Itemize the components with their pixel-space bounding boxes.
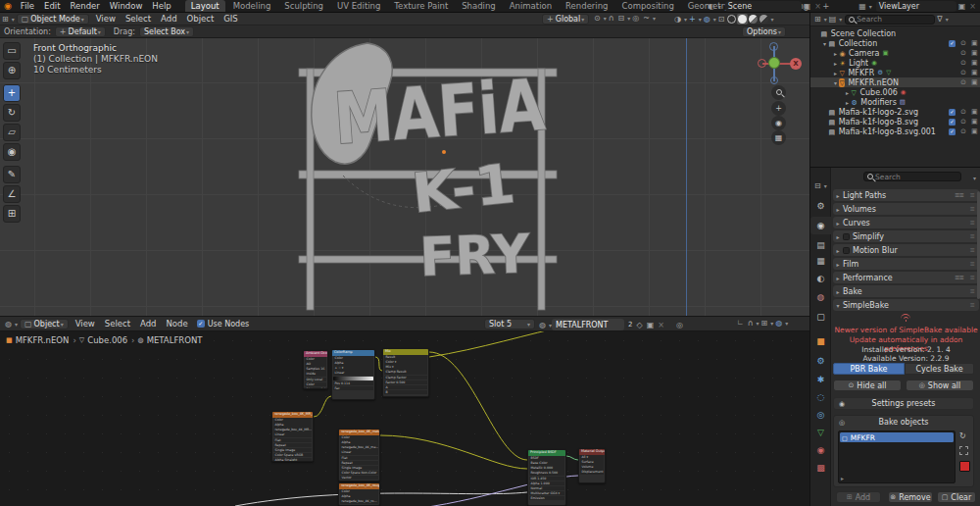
- properties-panel-header[interactable]: ▸ Bake ≡≡ ≡: [833, 285, 979, 297]
- checkbox-toggle[interactable]: ✓: [949, 40, 956, 47]
- node-row[interactable]: Pos 0.114: [333, 381, 373, 385]
- drag-handle-icon[interactable]: ≡: [970, 274, 975, 281]
- node-canvas[interactable]: ■ MFKFR.nEON ▽ Cube.006 ◍ METALFRONT Amb…: [0, 331, 809, 506]
- pan-button[interactable]: +: [771, 101, 786, 116]
- material-icon[interactable]: ◍: [537, 321, 548, 329]
- node-principled-bsdf[interactable]: Principled BSDF BSDFBase ColorMetallic 0…: [527, 449, 566, 506]
- outliner-row[interactable]: ▸ ☀ Light ◉ ✓ ⊙ ▣: [810, 58, 980, 68]
- panel-checkbox[interactable]: [843, 247, 850, 254]
- select-box-icon[interactable]: [959, 446, 968, 455]
- outliner-row[interactable]: ▤ Mafia-k1f-logo-2.svg ✓ ⊙ ▣: [810, 107, 980, 117]
- properties-panel-header[interactable]: ▸ Curves ≡≡ ≡: [833, 217, 979, 228]
- properties-search[interactable]: [863, 172, 961, 181]
- presets-icon[interactable]: ≡≡: [955, 191, 963, 199]
- workspace-tab[interactable]: Compositing: [616, 0, 680, 12]
- properties-tab[interactable]: ◉: [810, 217, 831, 234]
- outliner-search[interactable]: [845, 15, 935, 25]
- shading-solid-active[interactable]: [737, 14, 748, 25]
- logo-object[interactable]: MAFiA K-1 FRY: [274, 38, 568, 316]
- node-material-output[interactable]: Material Output All ▾SurfaceVolumeDispla…: [578, 448, 606, 483]
- node-row[interactable]: + − ▾: [333, 366, 373, 370]
- expand-arrow-icon[interactable]: ▾: [832, 79, 839, 86]
- outliner-item-label[interactable]: MFKFR.nEON: [848, 78, 899, 87]
- outliner-item-label[interactable]: Mafia-k1f-logo-B.svg: [839, 118, 918, 126]
- properties-tab[interactable]: ■: [810, 332, 831, 350]
- properties-tab[interactable]: ⚙: [810, 352, 831, 370]
- hide-viewport-eye-icon[interactable]: ⊙: [960, 127, 966, 135]
- shader-type-dropdown[interactable]: ▢ Object▾: [20, 319, 69, 329]
- display-mode-icon[interactable]: ▤: [827, 15, 839, 24]
- fake-user-shield-icon[interactable]: ◇: [634, 321, 644, 329]
- node-row[interactable]: Metallic 0.000: [529, 466, 564, 470]
- outliner-item-label[interactable]: Light: [849, 59, 868, 68]
- viewport-menu-item[interactable]: View: [91, 13, 121, 25]
- search-input[interactable]: [857, 15, 931, 24]
- viewport-menu-item[interactable]: Select: [121, 13, 156, 25]
- shader-menu-item[interactable]: View: [71, 318, 100, 330]
- axis-x-neg[interactable]: [758, 59, 766, 68]
- tool-select-box[interactable]: ▭: [3, 42, 21, 60]
- pbr-bake-tab[interactable]: PBR Bake: [833, 363, 905, 375]
- node-image-texture-metal[interactable]: renegade_box_4K_metal_B.exr ColorAlphare…: [338, 429, 380, 481]
- breadcrumb-item[interactable]: ■ MFKFR.nEON: [6, 335, 76, 345]
- node-row[interactable]: Flat: [340, 456, 378, 460]
- scene-selector[interactable]: ◐▾ Scene ▣ ×: [707, 1, 823, 12]
- node-row[interactable]: Linear: [333, 371, 373, 375]
- show-all-button[interactable]: ◎Show all: [906, 380, 974, 391]
- workspace-tab[interactable]: Modeling: [227, 0, 277, 12]
- node-row[interactable]: Linear: [273, 432, 312, 436]
- node-row[interactable]: Alpha Straight: [273, 458, 312, 462]
- node-row[interactable]: Color: [340, 489, 378, 493]
- shader-menu-item[interactable]: Add: [135, 318, 161, 330]
- disable-render-camera-icon[interactable]: ▣: [971, 59, 978, 67]
- add-button[interactable]: ⊞Add: [836, 491, 881, 503]
- disable-render-camera-icon[interactable]: ▣: [971, 118, 978, 126]
- expand-arrow-icon[interactable]: ▸: [832, 50, 839, 57]
- hide-viewport-eye-icon[interactable]: ⊙: [960, 49, 966, 57]
- navigation-gizmo[interactable]: X: [747, 44, 802, 85]
- node-colorramp[interactable]: ColorRamp ColorAlpha+ − ▾Linear Pos 0.11…: [331, 349, 375, 400]
- node-row[interactable]: Samples 16: [305, 367, 326, 371]
- scene-name[interactable]: Scene: [725, 1, 802, 12]
- hide-viewport-eye-icon[interactable]: ⊙: [960, 108, 966, 116]
- drag-handle-icon[interactable]: ≡: [970, 301, 975, 309]
- tool-move[interactable]: +: [3, 84, 21, 102]
- outliner-item-label[interactable]: Scene Collection: [831, 29, 897, 38]
- snap-node-icon[interactable]: ⊞: [760, 319, 770, 328]
- blender-logo-icon[interactable]: ◉: [0, 1, 16, 11]
- copy-icon[interactable]: ▣: [956, 2, 968, 11]
- hide-viewport-eye-icon[interactable]: ⊙: [960, 78, 966, 86]
- transform-orientation-dropdown[interactable]: + Global▾: [542, 14, 589, 25]
- use-nodes-checkbox[interactable]: ✓ Use Nodes: [197, 320, 250, 329]
- disable-render-camera-icon[interactable]: ▣: [971, 127, 978, 135]
- outliner-row[interactable]: ▸ ◉ Camera ▣ ✓ ⊙ ▣: [810, 48, 980, 58]
- snap-magnet-icon[interactable]: ∩: [607, 14, 616, 23]
- hide-viewport-eye-icon[interactable]: ⊙: [960, 118, 966, 126]
- node-row[interactable]: A: [384, 385, 427, 389]
- node-row[interactable]: Fac: [333, 386, 373, 390]
- node-mix[interactable]: Mix ResultColor ▾Mix ▾Clamp ResultClamp …: [382, 348, 429, 397]
- viewport-canvas[interactable]: ▭ ⊕ + ↻ ▱ ◉ ✎ ∠ ⊞ Front Orthographic (1)…: [0, 38, 809, 316]
- node-row[interactable]: Alpha: [340, 494, 378, 498]
- drag-handle-icon[interactable]: ≡: [970, 287, 975, 295]
- hide-all-button[interactable]: ⊙Hide all: [833, 380, 902, 391]
- orientation-dropdown[interactable]: + Default▾: [55, 26, 106, 37]
- properties-tab[interactable]: ◌: [810, 388, 831, 406]
- shading-wireframe-icon[interactable]: [727, 15, 736, 24]
- properties-tab[interactable]: ◐: [810, 270, 831, 287]
- node-row[interactable]: Single Image: [340, 466, 378, 470]
- outliner-row[interactable]: ▤ Mafia-k1f-logo-B.svg.001 ✓ ⊙ ▣: [810, 126, 980, 136]
- presets-icon[interactable]: ≡≡: [955, 274, 963, 281]
- node-row[interactable]: Repeat: [340, 461, 378, 465]
- proportional-falloff-icon[interactable]: ~: [641, 14, 652, 23]
- pin-icon[interactable]: ◎: [674, 321, 685, 329]
- node-row[interactable]: BSDF: [529, 456, 564, 460]
- expand-arrow-icon[interactable]: ▸: [844, 99, 851, 106]
- disable-render-camera-icon[interactable]: ▣: [971, 39, 978, 47]
- node-row[interactable]: renegade_box_4K_ro…: [340, 499, 378, 503]
- expand-arrow-icon[interactable]: ▸: [844, 89, 851, 96]
- node-row[interactable]: Alpha 1.000: [529, 481, 564, 485]
- properties-tab[interactable]: ▩: [810, 459, 831, 477]
- node-row[interactable]: Color Space sRGB: [273, 453, 312, 457]
- node-row[interactable]: renegade_box_4K_me…: [340, 445, 378, 449]
